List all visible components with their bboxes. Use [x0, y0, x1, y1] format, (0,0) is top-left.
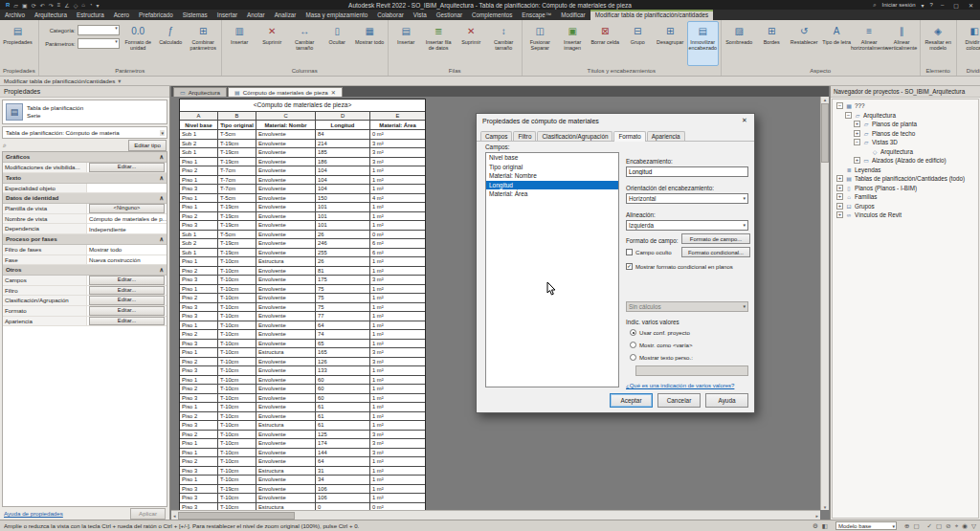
- table-cell[interactable]: Piso 3: [180, 467, 218, 476]
- param-combo[interactable]: [78, 38, 120, 49]
- table-cell[interactable]: T-10cm: [218, 366, 256, 376]
- property-value[interactable]: Nueva construcción: [87, 255, 167, 265]
- ribbon-tab-modificar-tabla-de-planificaci-n-cantidades[interactable]: Modificar tabla de planificación/cantida…: [590, 10, 713, 20]
- table-cell[interactable]: Envolvente: [256, 294, 316, 303]
- desagrupar-button[interactable]: ⊞Desagrupar: [655, 21, 686, 66]
- table-cell[interactable]: T-10cm: [218, 276, 256, 285]
- tree-item-leyendas[interactable]: ≣Leyendas: [835, 166, 978, 175]
- table-cell[interactable]: 1 m²: [370, 385, 425, 394]
- edit-type-button[interactable]: Editar tipo: [128, 140, 167, 151]
- expand-icon[interactable]: +: [836, 203, 843, 210]
- table-cell[interactable]: T-19cm: [218, 239, 256, 249]
- ribbon-tab-anotar[interactable]: Anotar: [242, 10, 270, 20]
- table-cell[interactable]: 126: [316, 358, 370, 367]
- table-cell[interactable]: 3 m²: [370, 348, 425, 358]
- property-value[interactable]: Editar...: [87, 306, 167, 316]
- table-cell[interactable]: T-10cm: [218, 348, 256, 358]
- table-cell[interactable]: Envolvente: [256, 403, 316, 412]
- table-cell[interactable]: Envolvente: [256, 276, 316, 285]
- table-cell[interactable]: Piso 3: [180, 494, 218, 503]
- column-letter[interactable]: E: [370, 112, 425, 121]
- table-cell[interactable]: Envolvente: [256, 185, 316, 194]
- cambiar-tama-o-button[interactable]: ↔Cambiar tamaño: [289, 21, 321, 66]
- table-cell[interactable]: Piso 2: [180, 385, 218, 394]
- dividir-y-colocar-button[interactable]: ◧Dividir y colocar: [959, 21, 980, 66]
- table-cell[interactable]: T-10cm: [218, 449, 256, 458]
- tipo-de-letra-button[interactable]: ATipo de letra: [821, 21, 853, 66]
- table-cell[interactable]: 3 m²: [370, 158, 425, 167]
- table-cell[interactable]: 1 m²: [370, 403, 425, 412]
- table-cell[interactable]: Envolvente: [256, 366, 316, 376]
- ribbon-tab-masa-y-emplazamiento[interactable]: Masa y emplazamiento: [301, 10, 372, 20]
- table-cell[interactable]: Envolvente: [256, 340, 316, 349]
- expand-icon[interactable]: +: [836, 185, 843, 191]
- table-cell[interactable]: 1 m²: [370, 257, 425, 267]
- table-cell[interactable]: 174: [316, 439, 370, 449]
- ribbon-tab-estructura[interactable]: Estructura: [72, 10, 109, 20]
- collapse-icon[interactable]: −: [845, 112, 852, 119]
- table-cell[interactable]: Piso 2: [180, 267, 218, 277]
- field-format-button[interactable]: Formato de campo...: [681, 233, 750, 244]
- table-cell[interactable]: T-19cm: [218, 221, 256, 231]
- table-cell[interactable]: 1 m²: [370, 421, 425, 431]
- table-cell[interactable]: Piso 2: [180, 358, 218, 367]
- table-cell[interactable]: Envolvente: [256, 158, 316, 167]
- table-cell[interactable]: T-7cm: [218, 185, 256, 194]
- column-header[interactable]: Nivel base: [180, 121, 218, 130]
- table-cell[interactable]: T-7cm: [218, 176, 256, 186]
- table-cell[interactable]: 0 m²: [370, 130, 425, 140]
- table-cell[interactable]: Piso 1: [180, 376, 218, 386]
- table-cell[interactable]: Envolvente: [256, 303, 316, 313]
- table-cell[interactable]: 1 m²: [370, 176, 425, 186]
- table-cell[interactable]: Envolvente: [256, 249, 316, 258]
- table-cell[interactable]: Envolvente: [256, 231, 316, 240]
- editable-only-icon[interactable]: ✓: [927, 522, 932, 530]
- table-cell[interactable]: Piso 3: [180, 485, 218, 495]
- print-icon[interactable]: ≡: [57, 2, 61, 8]
- table-cell[interactable]: T-19cm: [218, 212, 256, 222]
- hidden-field-checkbox[interactable]: Campo oculto: [626, 249, 672, 255]
- dialog-title-bar[interactable]: Propiedades de cómputo de materiales ✕: [477, 114, 754, 127]
- table-cell[interactable]: Piso 1: [180, 203, 218, 212]
- tree-item-alzados-alzado-de-edificio[interactable]: +▭Alzados (Alzado de edificio): [835, 156, 978, 166]
- table-cell[interactable]: 1 m²: [370, 203, 425, 212]
- table-cell[interactable]: T-10cm: [218, 303, 256, 313]
- table-cell[interactable]: T-10cm: [218, 403, 256, 412]
- scroll-left-icon[interactable]: ◂: [173, 513, 176, 519]
- table-cell[interactable]: T-7cm: [218, 166, 256, 176]
- tree-item-vistas-3d[interactable]: −▱Vistas 3D: [835, 138, 978, 147]
- table-cell[interactable]: Envolvente: [256, 376, 316, 386]
- table-cell[interactable]: T-5cm: [218, 231, 256, 240]
- table-cell[interactable]: Piso 2: [180, 294, 218, 303]
- tree-item-tablas-de-planificaci-n-cantidades-todo[interactable]: +▤Tablas de planificación/Cantidades (to…: [835, 174, 978, 184]
- combinar-par-metros-button[interactable]: ⊞Combinar parámetros: [188, 21, 219, 66]
- press-drag-icon[interactable]: ▢: [936, 522, 942, 530]
- table-cell[interactable]: 101: [316, 212, 370, 222]
- dialog-tab-clasificaci-n-agrupaci-n[interactable]: Clasificación/Agrupación: [537, 131, 612, 141]
- table-cell[interactable]: 61: [316, 403, 370, 412]
- table-cell[interactable]: Envolvente: [256, 330, 316, 340]
- properties-help-link[interactable]: Ayuda de propiedades: [4, 510, 63, 517]
- field-item-material-rea[interactable]: Material: Área: [486, 189, 618, 199]
- table-cell[interactable]: 1 m²: [370, 294, 425, 303]
- table-cell[interactable]: Envolvente: [256, 449, 316, 458]
- table-cell[interactable]: 1 m²: [370, 457, 425, 467]
- table-cell[interactable]: 175: [316, 276, 370, 285]
- column-header[interactable]: Material: Nombr: [256, 121, 316, 130]
- table-cell[interactable]: 3 m²: [370, 439, 425, 449]
- exclude-options-icon[interactable]: ▢: [913, 522, 919, 530]
- ribbon-tab-gestionar[interactable]: Gestionar: [432, 10, 467, 20]
- table-cell[interactable]: 84: [316, 130, 370, 140]
- design-options-icon[interactable]: ◧: [822, 522, 828, 530]
- orientation-select[interactable]: Horizontal ▾: [626, 193, 748, 204]
- table-cell[interactable]: 75: [316, 303, 370, 313]
- dialog-close-button[interactable]: ✕: [735, 114, 754, 127]
- propiedades-button[interactable]: ▤Propiedades: [2, 21, 33, 66]
- table-cell[interactable]: 0 m²: [370, 231, 425, 240]
- table-cell[interactable]: 61: [316, 412, 370, 422]
- table-cell[interactable]: 26: [316, 257, 370, 267]
- table-cell[interactable]: 3 m²: [370, 140, 425, 149]
- table-cell[interactable]: 186: [316, 158, 370, 167]
- plantilla-de-vista-edit-button[interactable]: <Ninguno>: [89, 204, 165, 213]
- property-value[interactable]: Editar...: [87, 163, 167, 172]
